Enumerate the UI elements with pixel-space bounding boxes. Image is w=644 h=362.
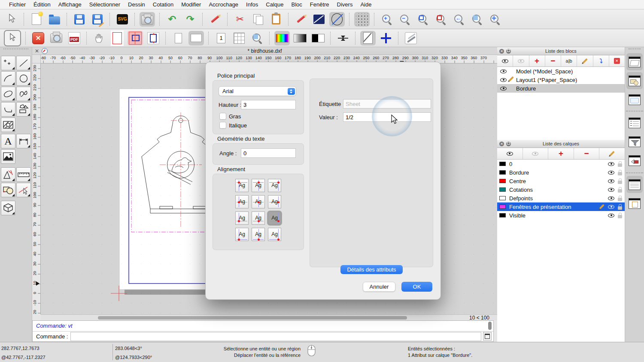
eye-icon[interactable] (608, 214, 614, 217)
layer-color-swatch[interactable] (499, 205, 506, 209)
sidebar-viewport-icon[interactable] (626, 91, 643, 108)
print-preview-button[interactable] (140, 12, 155, 27)
line-tool-button[interactable] (16, 56, 31, 70)
palette-grip[interactable] (3, 48, 28, 53)
menu-affichage[interactable]: Affichage (55, 1, 85, 8)
circle-tool-button[interactable] (16, 71, 31, 86)
detach-console-button[interactable] (483, 332, 492, 341)
measure-tool-button[interactable] (16, 167, 31, 182)
eye-icon[interactable] (608, 196, 614, 200)
lock-icon[interactable] (618, 198, 622, 201)
remove-layer-button[interactable] (574, 148, 600, 159)
sidebar-properties-icon[interactable] (626, 114, 643, 131)
move-paper-button[interactable] (91, 31, 107, 45)
eye-icon[interactable] (608, 171, 614, 175)
block-row[interactable]: Layout1 (*Paper_Space) (497, 75, 625, 84)
eye-icon[interactable] (608, 188, 614, 192)
align-top-right-button[interactable]: Ag (268, 179, 281, 192)
lock-icon[interactable] (618, 163, 622, 167)
viewport-grid-button[interactable] (128, 31, 143, 45)
float-panel-icon[interactable] (506, 49, 511, 54)
black-white-button[interactable] (310, 31, 326, 45)
paste-button[interactable] (268, 12, 284, 27)
eye-icon[interactable] (500, 78, 507, 82)
draw-text-button[interactable] (293, 12, 309, 27)
float-panel-icon[interactable] (506, 142, 511, 146)
align-bottom-left-button[interactable]: Ag (235, 228, 249, 241)
layer-row-selected[interactable]: Fenêtres de présentation (497, 202, 625, 211)
layer-color-swatch[interactable] (499, 162, 506, 166)
rename-block-button[interactable]: a|b (561, 55, 577, 66)
polyline-tool-button[interactable] (1, 102, 15, 117)
line-settings-button[interactable] (311, 12, 327, 27)
value-input[interactable] (343, 112, 431, 122)
horizontal-scrollbar[interactable] (98, 316, 407, 320)
show-all-layers-button[interactable] (497, 148, 523, 159)
grid-toggle-button[interactable] (354, 12, 370, 27)
align-base-left-button[interactable]: Ag (235, 211, 249, 225)
sidebar-command-line-icon[interactable] (626, 176, 643, 193)
select-tool-button[interactable] (4, 12, 19, 27)
menu-infos[interactable]: Infos (242, 1, 262, 8)
zoom-selection-button[interactable] (433, 12, 449, 27)
layer-row[interactable]: Cotations (497, 185, 625, 194)
layer-color-swatch[interactable] (499, 213, 506, 217)
layer-row[interactable]: Defpoints (497, 194, 625, 202)
single-page-button[interactable]: 1 (213, 31, 229, 45)
block-row[interactable]: Model (*Model_Space) (497, 67, 625, 75)
layer-row[interactable]: 0 (497, 160, 625, 168)
paper-borders-button[interactable] (109, 31, 125, 45)
zoom-window-button[interactable] (469, 12, 485, 27)
menu-calque[interactable]: Calque (262, 1, 287, 8)
lock-icon[interactable] (618, 172, 622, 175)
ok-button[interactable]: OK (401, 282, 432, 292)
draft-view-button[interactable] (360, 31, 376, 45)
landscape-page-button[interactable] (188, 31, 204, 45)
shapes-tool-button[interactable] (16, 102, 31, 117)
pdf-export-button[interactable]: PDF (67, 31, 82, 45)
eye-icon[interactable] (608, 162, 614, 166)
arc-tool-button[interactable] (1, 71, 15, 86)
align-bottom-right-button[interactable]: Ag (268, 228, 281, 241)
spline-tool-button[interactable] (16, 87, 31, 101)
sidebar-clipboard-icon[interactable] (626, 195, 643, 212)
portrait-page-button[interactable] (170, 31, 186, 45)
text-tool-button[interactable]: A (1, 134, 15, 148)
add-layer-button[interactable] (548, 148, 574, 159)
purge-block-button[interactable]: ✕ (609, 55, 625, 66)
menu-bloc[interactable]: Bloc (287, 1, 306, 8)
command-input[interactable] (70, 332, 481, 341)
cut-button[interactable]: ✂ (232, 12, 248, 27)
layer-row[interactable]: Bordure (497, 168, 625, 177)
align-middle-right-button[interactable]: Ag (268, 195, 281, 208)
image-tool-button[interactable] (1, 149, 15, 164)
align-top-left-button[interactable]: Ag (235, 179, 249, 192)
close-panel-icon[interactable]: ✕ (499, 49, 504, 54)
layer-color-swatch[interactable] (499, 196, 506, 200)
settings-button[interactable] (403, 31, 419, 45)
italic-checkbox[interactable]: Italique (219, 122, 247, 129)
menu-fichier[interactable]: Fichier (5, 1, 30, 8)
layer-row[interactable]: Centre (497, 177, 625, 185)
layer-color-swatch[interactable] (499, 170, 506, 175)
layer-color-swatch[interactable] (499, 187, 506, 192)
bold-checkbox[interactable]: Gras (219, 113, 241, 120)
command-history[interactable]: Commande: vt (33, 321, 493, 332)
history-scrollbar[interactable] (488, 322, 492, 330)
svg-export-button[interactable]: SVG (115, 12, 130, 27)
full-color-button[interactable] (274, 31, 290, 45)
print-export-button[interactable] (49, 31, 64, 45)
menu-selectionner[interactable]: Sélectionner (85, 1, 124, 8)
redo-button[interactable]: ↷ (182, 12, 198, 27)
attribute-details-button[interactable]: Détails des attributs (340, 265, 403, 274)
layer-row[interactable]: Visible (497, 211, 625, 220)
selection-pointer-button[interactable] (4, 30, 21, 46)
eye-icon[interactable] (608, 179, 614, 183)
height-input[interactable] (241, 100, 296, 109)
font-family-select[interactable]: Arial (219, 86, 296, 96)
menu-divers[interactable]: Divers (333, 1, 357, 8)
angle-input[interactable] (241, 148, 296, 158)
eye-icon[interactable] (500, 69, 507, 73)
close-print-preview-button[interactable]: ✕ (30, 31, 46, 45)
new-file-button[interactable] (29, 12, 44, 27)
